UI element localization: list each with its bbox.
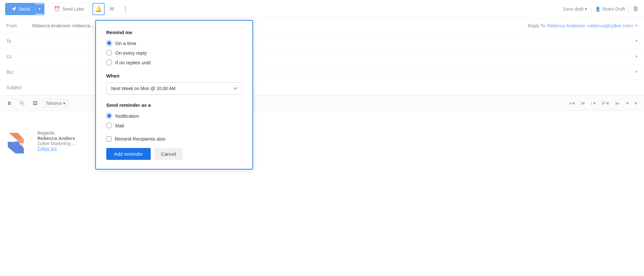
remind-recipients-label: Remind Recipients also xyxy=(115,136,166,142)
remind-me-title: Remind me xyxy=(106,30,242,35)
when-section: When Next Week on Mon @ 10.00 AM Tomorro… xyxy=(106,73,242,95)
if-no-replies-option[interactable]: If no replies until xyxy=(106,60,242,65)
on-time-label: On a time xyxy=(115,41,136,46)
popup-actions: Add reminder Cancel xyxy=(106,148,242,160)
mail-label: Mail xyxy=(115,123,124,128)
on-every-reply-option[interactable]: On every reply xyxy=(106,50,242,56)
on-every-reply-radio[interactable] xyxy=(106,50,112,56)
if-no-replies-label: If no replies until xyxy=(115,60,150,65)
send-reminder-section: Send reminder as a Notification Mail xyxy=(106,102,242,128)
cancel-button[interactable]: Cancel xyxy=(155,148,183,160)
reminder-popup: Remind me On a time On every reply If no… xyxy=(95,20,253,170)
when-title: When xyxy=(106,73,242,78)
remind-recipients-checkbox[interactable] xyxy=(106,136,111,142)
on-every-reply-label: On every reply xyxy=(115,50,147,56)
remind-recipients-row[interactable]: Remind Recipients also xyxy=(106,136,242,142)
on-time-option[interactable]: On a time xyxy=(106,40,242,46)
if-no-replies-radio[interactable] xyxy=(106,60,112,65)
mail-option[interactable]: Mail xyxy=(106,123,242,128)
cancel-label: Cancel xyxy=(161,151,176,157)
send-reminder-title: Send reminder as a xyxy=(106,102,242,108)
mail-radio[interactable] xyxy=(106,123,112,128)
on-time-radio[interactable] xyxy=(106,40,112,46)
when-select[interactable]: Next Week on Mon @ 10.00 AM Tomorrow mor… xyxy=(106,82,242,95)
add-reminder-label: Add reminder xyxy=(114,151,143,157)
remind-me-options: On a time On every reply If no replies u… xyxy=(106,40,242,65)
notification-label: Notification xyxy=(115,113,139,119)
send-reminder-options: Notification Mail xyxy=(106,113,242,128)
add-reminder-button[interactable]: Add reminder xyxy=(106,148,151,160)
compose-container: Send ▾ ⏰ Send Later 🔔 ✉ ⋮ Save draft ▾ 👤 xyxy=(0,0,644,276)
notification-radio[interactable] xyxy=(106,113,112,119)
notification-option[interactable]: Notification xyxy=(106,113,242,119)
